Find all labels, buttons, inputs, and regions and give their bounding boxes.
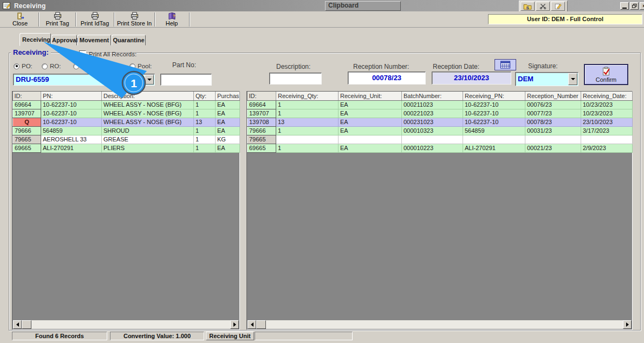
table-row[interactable]: 13970710-62237-10WHEEL ASSY - NOSE (BFG)… [13, 109, 240, 118]
print-idtag-button[interactable]: Print IdTag [76, 12, 113, 27]
table-row[interactable]: 796661EA00001032356485900031/233/17/2023 [248, 126, 633, 135]
column-header[interactable]: Description: [102, 92, 194, 100]
part-no-input[interactable] [160, 74, 212, 86]
calendar-button[interactable] [495, 59, 516, 70]
table-row[interactable]: 69665ALI-270291PLIERS1EA [13, 144, 240, 152]
horizontal-scrollbar[interactable] [248, 320, 632, 329]
signature-label: Signature: [528, 62, 558, 70]
column-header[interactable]: Reception_Number [525, 92, 581, 100]
grid-cell: PLIERS [102, 144, 194, 152]
scroll-left-icon [16, 322, 19, 327]
help-button-label: Help [166, 20, 178, 27]
help-book-icon: ? [168, 12, 176, 20]
grid-cell [276, 135, 339, 144]
table-row[interactable]: 1397071EA00022102310-62237-1000077/2310/… [248, 109, 633, 118]
window-controls: × [620, 2, 644, 10]
column-header[interactable]: ID: [13, 92, 41, 100]
row-id-cell: 139708 [248, 118, 276, 126]
print-tag-button[interactable]: Print Tag [40, 12, 75, 27]
minimize-button[interactable] [620, 2, 629, 10]
table-row[interactable]: 696651EA000010223ALI-27029100021/232/9/2… [248, 144, 633, 152]
scrollbar-thumb[interactable] [22, 320, 31, 329]
grid-cell: EA [216, 144, 240, 152]
radio-ro[interactable]: RO: [42, 63, 61, 69]
row-id-cell: 139707 [13, 109, 41, 118]
help-button[interactable]: ? Help [156, 12, 187, 27]
table-row[interactable]: 6966410-62237-10WHEEL ASSY - NOSE (BFG)1… [13, 100, 240, 109]
close-button[interactable]: Close [2, 12, 38, 27]
reception-number-field[interactable]: 00078/23 [348, 72, 426, 85]
table-row[interactable]: 696641EA00021102310-62237-1000076/2310/2… [248, 100, 633, 109]
horizontal-scrollbar[interactable] [13, 320, 239, 329]
minimize-icon [622, 8, 627, 9]
tab-quarantine[interactable]: Quarantine [112, 35, 146, 46]
grid-cell: EA [216, 118, 240, 126]
confirm-button[interactable]: Confirm [584, 64, 628, 85]
tab-approval[interactable]: Approval [51, 35, 77, 46]
status-receiving-unit: Receiving Unit [206, 332, 254, 340]
radio-eu[interactable]: EU: [73, 63, 92, 69]
radio-po[interactable]: PO: [14, 63, 32, 69]
print-all-records-checkbox[interactable] [79, 50, 86, 57]
print-store-in-button[interactable]: Print Store In [115, 12, 154, 27]
grid-cell: 564859 [41, 126, 102, 135]
header-row: ID:Receiving_Qty:Receiving_Unit:BatchNum… [248, 92, 633, 100]
grid-cell: 000010223 [402, 144, 463, 152]
scroll-left-button[interactable] [248, 320, 256, 329]
grid-cell: EA [216, 126, 240, 135]
table-row[interactable]: Q10-62237-10WHEEL ASSY - NOSE (BFG)13EA [13, 118, 240, 126]
grid-cell: ALI-270291 [41, 144, 102, 152]
scrollbar-track[interactable] [31, 320, 230, 329]
table-row[interactable]: 79665AEROSHELL 33GREASE1KG [13, 135, 240, 144]
column-header[interactable]: Receiving_Qty: [276, 92, 339, 100]
restore-icon [632, 4, 637, 8]
door-exit-icon [16, 12, 24, 20]
scrollbar-thumb[interactable] [256, 320, 266, 329]
description-input[interactable] [269, 73, 322, 85]
column-header[interactable]: Receiving_PN: [463, 92, 525, 100]
clipboard-panel: Clipboard [325, 1, 401, 11]
grid-cell: 000231023 [402, 118, 463, 126]
row-id-cell: 69665 [248, 144, 276, 152]
tab-movement[interactable]: Movement [77, 35, 111, 46]
column-header[interactable]: BatchNumber: [402, 92, 463, 100]
scroll-right-button[interactable] [623, 320, 632, 329]
grid-cell [463, 135, 525, 144]
receiving-grid: ID:Receiving_Qty:Receiving_Unit:BatchNum… [246, 91, 633, 330]
grid-cell: 10/23/2023 [581, 100, 633, 109]
column-header[interactable]: PN: [41, 92, 102, 100]
grid-cell: 00076/23 [525, 100, 581, 109]
clipboard-label: Clipboard [328, 2, 359, 9]
scrollbar-track[interactable] [266, 320, 623, 329]
edit-pencil-button[interactable] [551, 2, 565, 11]
scroll-right-button[interactable] [230, 320, 239, 329]
close-window-button[interactable]: × [640, 2, 644, 10]
tab-receiving[interactable]: Receiving [19, 33, 51, 46]
signature-combo[interactable]: DEM [515, 72, 578, 86]
store-folder-button[interactable]: S [521, 2, 535, 11]
grid-cell: 00078/23 [525, 118, 581, 126]
grid-cell: 1 [194, 144, 216, 152]
column-header[interactable]: Receiving_Date: [581, 92, 633, 100]
table-row[interactable]: 13970813EA00023102310-62237-1000078/2323… [248, 118, 633, 126]
scroll-left-button[interactable] [13, 320, 22, 329]
grid-cell: 10-62237-10 [463, 118, 525, 126]
grid-cell: 1 [194, 100, 216, 109]
column-header[interactable]: Qty: [194, 92, 216, 100]
table-row[interactable]: 79666564859SHROUD1EA [13, 126, 240, 135]
reception-date-field[interactable]: 23/10/2023 [432, 72, 511, 85]
column-header[interactable]: Receiving_Unit: [339, 92, 402, 100]
radio-pool[interactable]: Pool: [129, 63, 152, 69]
order-combo[interactable]: DRU-6559 [13, 74, 155, 86]
table-row[interactable]: 79665 [248, 135, 633, 144]
dropdown-button[interactable] [145, 75, 154, 85]
grid-cell: WHEEL ASSY - NOSE (BFG) [102, 109, 194, 118]
scissors-icon[interactable] [536, 2, 550, 11]
column-header[interactable]: Purchas [216, 92, 240, 100]
print-idtag-label: Print IdTag [81, 20, 109, 27]
header-row: ID:PN:Description:Qty:Purchas [13, 92, 240, 100]
column-header[interactable]: ID: [248, 92, 276, 100]
dropdown-button[interactable] [568, 73, 577, 85]
restore-button[interactable] [630, 2, 639, 10]
signature-value: DEM [516, 73, 568, 86]
